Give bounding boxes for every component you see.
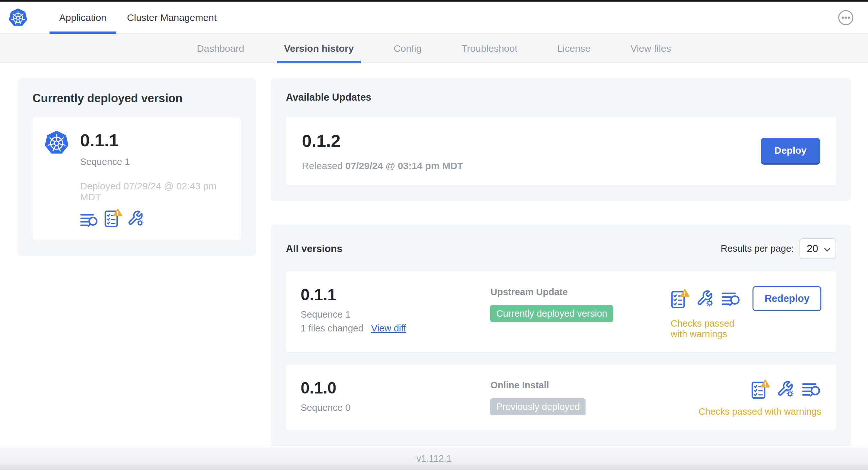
all-versions-card: All versions Results per page: 20 0.1.1 … — [271, 225, 851, 446]
config-icon[interactable] — [696, 290, 715, 308]
subnav-license[interactable]: License — [537, 34, 610, 63]
tab-cluster-management[interactable]: Cluster Management — [117, 2, 227, 33]
available-updates-card: Available Updates 0.1.2 Released 07/29/2… — [271, 78, 851, 201]
currently-deployed-title: Currently deployed version — [32, 92, 241, 105]
version-row-0-1-1: 0.1.1 Sequence 1 1 files changed View di… — [286, 271, 836, 352]
chevron-down-icon — [824, 243, 830, 255]
currently-deployed-badge: Currently deployed version — [490, 305, 613, 322]
diff-icon[interactable] — [722, 291, 741, 307]
top-tabs: Application Cluster Management — [49, 2, 227, 33]
preflight-status-text: Checks passed with warnings — [699, 406, 822, 417]
files-changed-label: 1 files changed — [301, 323, 363, 334]
redeploy-button[interactable]: Redeploy — [752, 286, 822, 311]
kubernetes-app-icon — [44, 130, 69, 155]
preflight-checks-warning-icon[interactable] — [671, 289, 689, 309]
version-source-label: Online Install — [490, 380, 671, 391]
subnav-view-files[interactable]: View files — [611, 34, 691, 63]
update-version-number: 0.1.2 — [302, 131, 463, 151]
subnav-troubleshoot[interactable]: Troubleshoot — [441, 34, 537, 63]
released-timestamp: Released 07/29/24 @ 03:14 pm MDT — [302, 160, 463, 171]
row-sequence-label: Sequence 0 — [301, 402, 490, 413]
available-updates-title: Available Updates — [286, 92, 836, 103]
all-versions-title: All versions — [286, 243, 342, 255]
subnav-version-history[interactable]: Version history — [264, 34, 374, 63]
config-icon[interactable] — [127, 210, 145, 228]
diff-icon[interactable] — [802, 381, 822, 397]
preflight-checks-warning-icon[interactable] — [751, 379, 770, 399]
main-content: Currently deployed version 0.1.1 Sequenc… — [0, 63, 868, 446]
subnav-config[interactable]: Config — [374, 34, 442, 63]
current-version-number: 0.1.1 — [80, 130, 230, 150]
kubernetes-logo-icon — [8, 8, 28, 27]
results-per-page-label: Results per page: — [721, 243, 794, 254]
console-version-label: v1.112.1 — [416, 453, 452, 464]
row-version-number: 0.1.0 — [301, 379, 490, 397]
view-diff-link[interactable]: View diff — [371, 323, 406, 334]
deploy-button[interactable]: Deploy — [761, 138, 820, 165]
currently-deployed-version-panel: 0.1.1 Sequence 1 Deployed 07/29/24 @ 02:… — [32, 118, 241, 240]
previously-deployed-badge: Previously deployed — [490, 398, 586, 415]
preflight-checks-warning-icon[interactable] — [104, 208, 122, 228]
subnav-dashboard[interactable]: Dashboard — [177, 34, 264, 63]
currently-deployed-card: Currently deployed version 0.1.1 Sequenc… — [18, 78, 256, 256]
current-sequence-label: Sequence 1 — [80, 157, 230, 167]
results-per-page-select[interactable]: 20 — [800, 238, 836, 259]
diff-icon[interactable] — [80, 212, 99, 228]
version-source-label: Upstream Update — [490, 287, 671, 297]
top-bar: Application Cluster Management — [0, 2, 868, 34]
deployed-timestamp: Deployed 07/29/24 @ 02:43 pm MDT — [80, 181, 230, 203]
version-row-0-1-0: 0.1.0 Sequence 0 Online Install Previous… — [286, 365, 836, 430]
ellipsis-menu-button[interactable] — [838, 10, 854, 26]
tab-application[interactable]: Application — [49, 2, 117, 33]
row-sequence-label: Sequence 1 — [301, 309, 490, 320]
app-footer: v1.112.1 — [0, 447, 868, 470]
available-update-row: 0.1.2 Released 07/29/24 @ 03:14 pm MDT D… — [286, 117, 836, 186]
preflight-status-text: Checks passed with warnings — [671, 318, 753, 339]
app-subnav: Dashboard Version history Config Trouble… — [0, 34, 868, 63]
row-version-number: 0.1.1 — [301, 286, 490, 304]
config-icon[interactable] — [777, 380, 795, 399]
